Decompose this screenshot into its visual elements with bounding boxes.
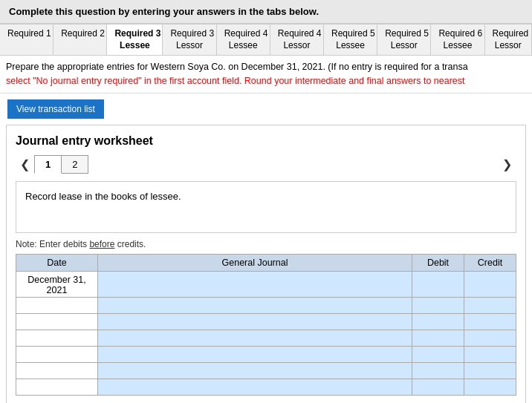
- credit-input-1[interactable]: [464, 272, 516, 297]
- date-cell-3: [16, 313, 98, 330]
- date-cell-4: [16, 330, 98, 346]
- debit-input-4[interactable]: [412, 330, 464, 346]
- journal-table: Date General Journal Debit Credit Decemb…: [16, 254, 516, 396]
- journal-input-5[interactable]: [98, 347, 412, 362]
- header-credit: Credit: [464, 254, 516, 271]
- journal-input-cell-5[interactable]: [98, 346, 412, 362]
- journal-input-cell-7[interactable]: [98, 379, 412, 395]
- tab-required5-lessee[interactable]: Required 5Lessee: [324, 24, 377, 55]
- debit-input-cell-2[interactable]: [412, 297, 464, 313]
- tabs-bar: Required 1 Required 2 Required 3Lessee R…: [0, 24, 532, 56]
- credit-input-7[interactable]: [464, 379, 516, 395]
- tab-required4-lessor[interactable]: Required 4Lessor: [270, 24, 324, 55]
- worksheet-title: Journal entry worksheet: [16, 134, 516, 148]
- credit-input-cell-1[interactable]: [464, 271, 516, 297]
- journal-input-cell-6[interactable]: [98, 362, 412, 379]
- journal-input-3[interactable]: [98, 314, 412, 330]
- left-arrow[interactable]: ❮: [16, 156, 34, 173]
- header-general-journal: General Journal: [98, 254, 412, 271]
- tab-required6-lessee[interactable]: Required 6Lessee: [431, 24, 484, 55]
- journal-input-cell-4[interactable]: [98, 330, 412, 346]
- instruction-text: Complete this question by entering your …: [9, 6, 319, 17]
- table-row: December 31,2021: [16, 271, 516, 297]
- credit-input-6[interactable]: [464, 363, 516, 379]
- journal-input-cell-2[interactable]: [98, 297, 412, 313]
- credit-input-cell-6[interactable]: [464, 362, 516, 379]
- tab-required-lessor[interactable]: RequiredLessor: [485, 24, 532, 55]
- credit-input-cell-3[interactable]: [464, 313, 516, 330]
- view-transaction-button[interactable]: View transaction list: [7, 99, 104, 119]
- debit-input-cell-1[interactable]: [412, 271, 464, 297]
- tab-required5-lessor[interactable]: Required 5Lessor: [377, 24, 431, 55]
- credit-input-cell-5[interactable]: [464, 346, 516, 362]
- table-row: [16, 330, 516, 346]
- credit-input-cell-4[interactable]: [464, 330, 516, 346]
- debit-input-3[interactable]: [412, 314, 464, 330]
- credit-input-2[interactable]: [464, 298, 516, 313]
- tab-required4-lessee[interactable]: Required 4Lessee: [217, 24, 270, 55]
- description-text: Prepare the appropriate entries for West…: [6, 62, 468, 72]
- sub-tab-2[interactable]: 2: [62, 155, 88, 174]
- journal-input-1[interactable]: [98, 272, 412, 297]
- table-header-row: Date General Journal Debit Credit: [16, 254, 516, 271]
- tab-required3-lessee[interactable]: Required 3Lessee: [107, 24, 163, 56]
- date-cell-5: [16, 346, 98, 362]
- credit-input-4[interactable]: [464, 330, 516, 346]
- journal-input-6[interactable]: [98, 363, 412, 379]
- debit-input-cell-7[interactable]: [412, 379, 464, 395]
- debit-input-cell-5[interactable]: [412, 346, 464, 362]
- date-cell-1: December 31,2021: [16, 271, 98, 297]
- table-row: [16, 313, 516, 330]
- journal-input-cell-1[interactable]: [98, 271, 412, 297]
- sub-tabs-row: ❮ 1 2 ❯: [16, 155, 516, 174]
- tab-required1[interactable]: Required 1: [0, 24, 53, 55]
- date-cell-2: [16, 297, 98, 313]
- top-instruction: Complete this question by entering your …: [0, 0, 532, 24]
- sub-tab-1[interactable]: 1: [34, 155, 62, 174]
- tab-required3-lessor[interactable]: Required 3Lessor: [163, 24, 216, 55]
- debit-input-cell-6[interactable]: [412, 362, 464, 379]
- note-before: before: [89, 239, 114, 249]
- debit-input-2[interactable]: [412, 298, 464, 313]
- debit-input-cell-4[interactable]: [412, 330, 464, 346]
- table-row: [16, 346, 516, 362]
- worksheet-container: Journal entry worksheet ❮ 1 2 ❯ Record l…: [6, 125, 526, 403]
- note-suffix: credits.: [114, 239, 146, 249]
- note-text: Note: Enter debits before credits.: [16, 239, 516, 249]
- debit-input-1[interactable]: [412, 272, 464, 297]
- debit-input-7[interactable]: [412, 379, 464, 395]
- credit-input-3[interactable]: [464, 314, 516, 330]
- description-red-text: select "No journal entry required" in th…: [6, 76, 465, 86]
- record-description: Record lease in the books of lessee.: [16, 181, 516, 233]
- journal-input-2[interactable]: [98, 298, 412, 313]
- date-cell-6: [16, 362, 98, 379]
- record-description-text: Record lease in the books of lessee.: [25, 191, 181, 202]
- journal-input-7[interactable]: [98, 379, 412, 395]
- right-arrow[interactable]: ❯: [498, 156, 516, 173]
- debit-input-5[interactable]: [412, 347, 464, 362]
- date-cell-7: [16, 379, 98, 395]
- credit-input-5[interactable]: [464, 347, 516, 362]
- table-row: [16, 379, 516, 395]
- header-date: Date: [16, 254, 98, 271]
- header-debit: Debit: [412, 254, 464, 271]
- description-bar: Prepare the appropriate entries for West…: [0, 56, 532, 94]
- note-prefix: Note: Enter debits: [16, 239, 89, 249]
- journal-input-cell-3[interactable]: [98, 313, 412, 330]
- table-row: [16, 297, 516, 313]
- debit-input-6[interactable]: [412, 363, 464, 379]
- credit-input-cell-2[interactable]: [464, 297, 516, 313]
- debit-input-cell-3[interactable]: [412, 313, 464, 330]
- credit-input-cell-7[interactable]: [464, 379, 516, 395]
- table-row: [16, 362, 516, 379]
- tab-required2[interactable]: Required 2: [53, 24, 107, 55]
- journal-input-4[interactable]: [98, 330, 412, 346]
